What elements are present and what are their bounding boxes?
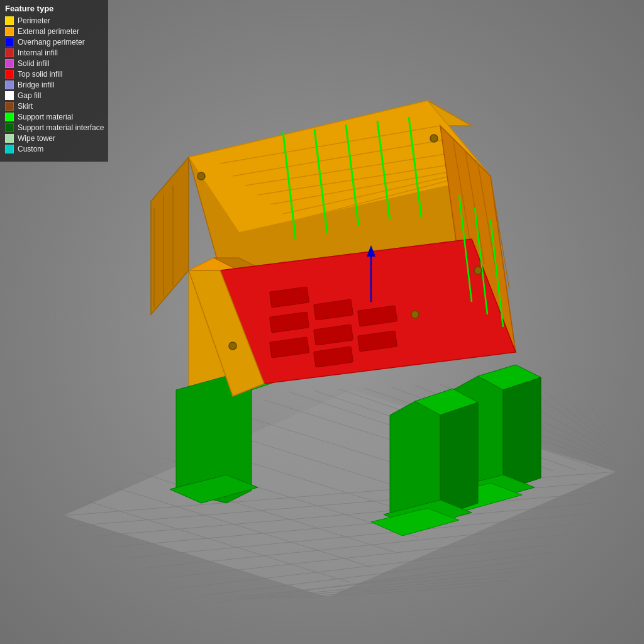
legend-swatch-support-material-interface — [5, 123, 14, 132]
legend-label-wipe-tower: Wipe tower — [18, 134, 55, 143]
legend-swatch-custom — [5, 145, 14, 153]
legend-items-container: PerimeterExternal perimeterOverhang peri… — [5, 16, 103, 153]
legend-label-solid-infill: Solid infill — [18, 59, 50, 68]
legend-label-support-material-interface: Support material interface — [18, 123, 104, 132]
legend-swatch-support-material — [5, 113, 14, 121]
legend-label-top-solid-infill: Top solid infill — [18, 70, 62, 79]
legend-swatch-external-perimeter — [5, 27, 14, 36]
legend-label-perimeter: Perimeter — [18, 16, 50, 25]
legend-label-internal-infill: Internal infill — [18, 48, 58, 57]
legend-swatch-overhang-perimeter — [5, 38, 14, 47]
legend-item-external-perimeter: External perimeter — [5, 27, 103, 36]
legend-swatch-skirt — [5, 102, 14, 111]
legend-swatch-top-solid-infill — [5, 70, 14, 79]
svg-line-36 — [566, 397, 616, 447]
legend-item-internal-infill: Internal infill — [5, 48, 103, 57]
legend-label-support-material: Support material — [18, 113, 73, 121]
legend-item-custom: Custom — [5, 145, 103, 153]
svg-point-94 — [474, 267, 482, 274]
legend-swatch-solid-infill — [5, 59, 14, 68]
svg-line-37 — [591, 406, 616, 444]
legend-panel: Feature type PerimeterExternal perimeter… — [0, 0, 108, 162]
legend-label-external-perimeter: External perimeter — [18, 27, 79, 36]
svg-line-35 — [541, 389, 616, 449]
legend-item-perimeter: Perimeter — [5, 16, 103, 25]
svg-point-93 — [430, 135, 438, 142]
legend-swatch-wipe-tower — [5, 134, 14, 143]
legend-title: Feature type — [5, 4, 103, 13]
legend-label-custom: Custom — [18, 145, 43, 153]
legend-item-solid-infill: Solid infill — [5, 59, 103, 68]
legend-item-skirt: Skirt — [5, 102, 103, 111]
svg-point-95 — [229, 342, 236, 350]
svg-marker-78 — [151, 157, 189, 314]
legend-label-skirt: Skirt — [18, 102, 33, 111]
legend-label-gap-fill: Gap fill — [18, 91, 41, 100]
legend-label-overhang-perimeter: Overhang perimeter — [18, 38, 85, 47]
legend-label-bridge-infill: Bridge infill — [18, 80, 55, 89]
legend-item-wipe-tower: Wipe tower — [5, 134, 103, 143]
legend-swatch-internal-infill — [5, 48, 14, 57]
legend-swatch-bridge-infill — [5, 80, 14, 89]
legend-item-gap-fill: Gap fill — [5, 91, 103, 100]
svg-point-96 — [411, 311, 419, 318]
svg-point-92 — [197, 172, 205, 180]
svg-marker-45 — [440, 402, 478, 516]
svg-marker-40 — [503, 377, 541, 491]
legend-swatch-perimeter — [5, 16, 14, 25]
legend-item-support-material-interface: Support material interface — [5, 123, 103, 132]
legend-swatch-gap-fill — [5, 91, 14, 100]
legend-item-top-solid-infill: Top solid infill — [5, 70, 103, 79]
legend-item-bridge-infill: Bridge infill — [5, 80, 103, 89]
legend-item-support-material: Support material — [5, 113, 103, 121]
legend-item-overhang-perimeter: Overhang perimeter — [5, 38, 103, 47]
